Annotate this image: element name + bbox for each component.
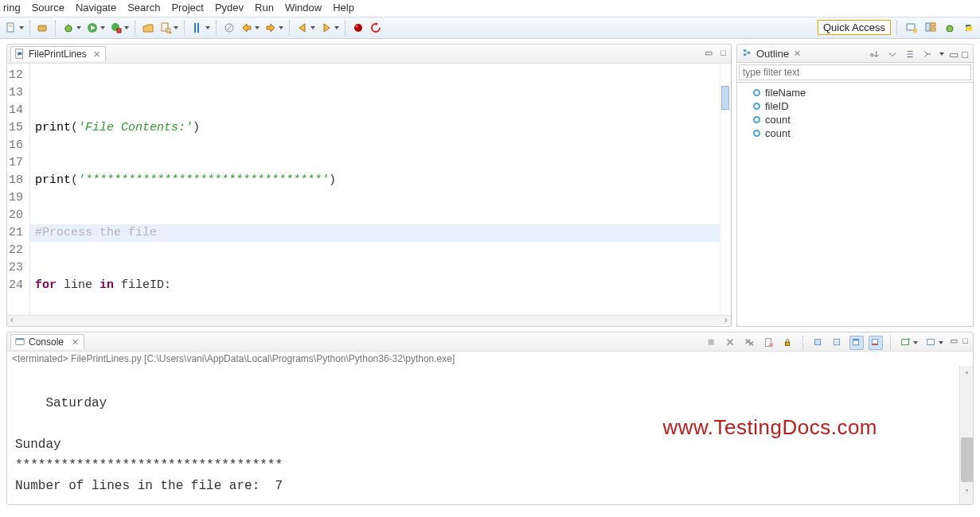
showerr-icon[interactable] [869,336,883,350]
menu-item-pydev[interactable]: Pydev [215,2,244,14]
step-out-icon[interactable] [263,21,285,35]
maximize-icon[interactable]: □ [720,48,726,58]
svg-point-5 [65,25,72,32]
svg-rect-47 [786,342,790,345]
collapse-icon[interactable] [903,47,917,61]
svg-line-15 [170,32,171,33]
editor-tab-label: FilePrintLines [29,49,87,60]
menu-item-help[interactable]: Help [333,2,354,14]
quick-access[interactable]: Quick Access [818,20,891,35]
code-area[interactable]: 121314151617 18192021222324 print('File … [7,64,731,315]
var-icon [753,89,760,96]
console-output[interactable]: Saturday Sunday ************************… [7,366,973,504]
menu-item-navigate[interactable]: Navigate [76,2,116,14]
scroll-up-icon[interactable]: ˄ [965,366,969,387]
editor-tab-fileprintlines[interactable]: FilePrintLines ✕ [10,46,106,61]
maximize-icon[interactable]: □ [962,49,968,60]
pin-console-icon[interactable] [811,336,826,350]
console-title: Console [29,336,64,348]
outline-item-label: count [765,114,791,126]
outline-title: Outline [756,48,789,60]
menu-item-project[interactable]: Project [171,2,203,14]
svg-rect-48 [815,340,821,345]
close-icon[interactable]: ✕ [72,337,79,348]
outline-item-count[interactable]: count [742,113,968,126]
new-console-icon[interactable]: + [899,336,919,350]
code-token: ) [193,121,200,134]
sort-icon[interactable]: a [868,47,882,61]
line-gutter: 121314151617 18192021222324 [7,64,30,315]
menu-item-run[interactable]: Run [255,2,274,14]
overview-ruler[interactable] [720,64,731,315]
outline-item-label: fileID [765,100,789,112]
refresh-icon[interactable] [368,21,384,35]
perspective-pydev-icon[interactable] [961,21,977,35]
code-token: ( [71,121,78,134]
menu-item-window[interactable]: Window [285,2,322,14]
expand-icon[interactable] [885,47,900,61]
run-icon[interactable] [84,21,107,35]
package-icon[interactable] [35,21,51,35]
search-file-icon[interactable] [158,21,180,35]
showstd-icon[interactable] [849,336,864,350]
outline-item-count-2[interactable]: count [742,126,968,140]
svg-rect-4 [38,25,46,27]
outline-tree[interactable]: fileName fileID count count [736,83,974,327]
remove-icon[interactable] [724,336,738,350]
view-menu-icon[interactable] [939,52,944,56]
menu-item-ring[interactable]: ring [3,2,21,14]
close-icon[interactable]: ✕ [93,49,100,60]
console-vertical-scrollbar[interactable]: ˄ ˅ [959,366,973,504]
var-icon [753,116,760,123]
forward-icon[interactable] [318,21,341,35]
console-tab[interactable]: Console ✕ [10,334,84,349]
python-file-icon [14,49,25,60]
outline-item-fileid[interactable]: fileID [742,99,968,113]
outline-header: Outline ✕ a ▭ □ [736,44,974,63]
link-icon[interactable] [920,47,935,61]
debug-icon[interactable] [61,21,83,35]
var-icon [753,130,760,137]
perspective-open-icon[interactable] [904,21,919,35]
code-body[interactable]: print('File Contents:') print('*********… [30,64,720,315]
back-icon[interactable] [295,21,317,35]
remove-all-icon[interactable] [743,336,757,350]
clear-icon[interactable] [762,336,776,350]
open-folder-icon[interactable] [140,21,156,35]
outline-item-filename[interactable]: fileName [742,86,968,99]
main-toolbar: Quick Access [0,17,980,39]
editor-tabbar: FilePrintLines ✕ ▭ □ [7,45,731,64]
menu-item-source[interactable]: Source [32,2,64,14]
code-token: in [100,278,114,292]
toggle-icon[interactable] [189,21,212,35]
overview-mark [721,86,729,110]
open-console-icon[interactable] [924,336,945,350]
svg-marker-22 [376,22,378,25]
run-ext-icon[interactable] [108,21,131,35]
horizontal-scrollbar[interactable] [7,315,731,326]
record-icon[interactable] [350,21,366,35]
svg-line-33 [746,51,748,53]
new-icon[interactable] [3,21,25,35]
maximize-icon[interactable]: □ [962,336,968,350]
scroll-lock-icon[interactable] [781,336,795,350]
perspective-resource-icon[interactable] [923,21,939,35]
display-icon[interactable] [830,336,845,350]
svg-rect-17 [197,23,199,33]
scroll-down-icon[interactable]: ˅ [965,484,969,504]
svg-point-28 [947,25,953,32]
outline-filter-input[interactable] [739,64,971,80]
minimize-icon[interactable]: ▭ [705,48,713,58]
step-icon[interactable] [239,21,261,35]
terminate-grey-icon[interactable] [705,336,719,350]
minimize-icon[interactable]: ▭ [949,49,959,60]
skip-all-icon[interactable] [221,21,237,35]
code-token: print [35,121,71,134]
outline-pane: Outline ✕ a ▭ □ fileName fileID count co… [736,44,974,327]
svg-line-34 [746,52,748,55]
scroll-thumb[interactable] [961,437,973,482]
menu-item-search[interactable]: Search [127,2,160,14]
close-icon[interactable]: ✕ [794,49,801,59]
perspective-debug-icon[interactable] [942,21,958,35]
minimize-icon[interactable]: ▭ [950,336,958,350]
